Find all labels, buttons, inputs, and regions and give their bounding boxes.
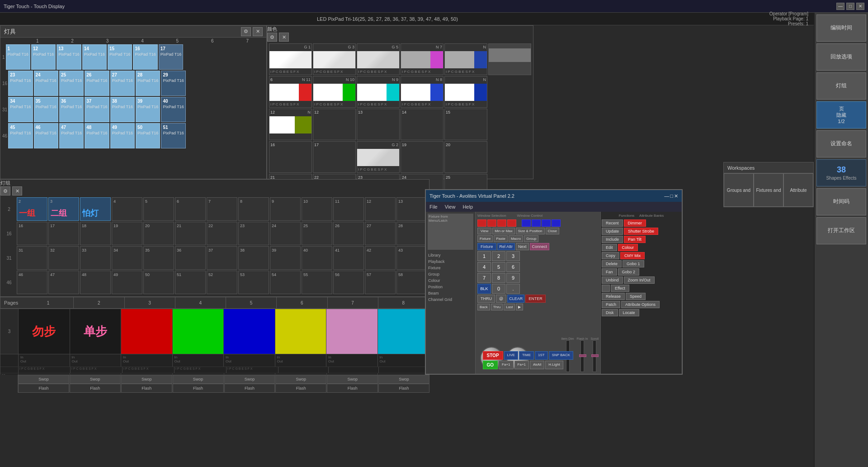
vp-menu-view[interactable]: View	[445, 204, 456, 210]
vp-recent-btn[interactable]: Recent	[602, 219, 623, 227]
swop-btn-5[interactable]: Swop	[224, 375, 275, 384]
page-3[interactable]: 3	[125, 297, 175, 308]
vp-clear-btn[interactable]: CLEAR	[507, 295, 524, 303]
gc-56[interactable]: 56	[333, 271, 364, 294]
gc-35[interactable]: 35	[143, 246, 174, 270]
color-G5[interactable]: G 5 I P C G B E S F X	[357, 43, 400, 75]
vp-zoom-btn[interactable]: Zoom In/Out	[624, 276, 655, 284]
sidebar-page[interactable]: 页 隐藏 1/2	[816, 101, 866, 129]
flash-btn-1[interactable]: Flash	[18, 384, 69, 393]
vp-label-fixture[interactable]: Fixture	[428, 265, 473, 271]
vp-label-library[interactable]: Library	[428, 253, 473, 258]
vp-fixture-btn[interactable]: Fixture	[477, 235, 493, 242]
vp-fader-3-track[interactable]	[593, 340, 596, 372]
fixture-45[interactable]: 45PixPad T16	[8, 123, 33, 148]
vp-update-btn[interactable]: Update	[602, 228, 623, 235]
vp-akall-btn[interactable]: AkAll	[530, 361, 544, 369]
vp-num-8[interactable]: 8	[492, 273, 505, 283]
group-cell-9[interactable]: 9	[270, 197, 301, 221]
group-cell-8[interactable]: 8	[238, 197, 269, 221]
gc-52[interactable]: 52	[207, 271, 237, 294]
color-N7[interactable]: N 7 I P C G B E S F X	[401, 43, 443, 75]
color-N10[interactable]: N 10 I P C G B E S F X	[313, 76, 356, 108]
gc-49[interactable]: 49	[112, 271, 142, 294]
color-N-row2[interactable]: N I P C G B E S F X	[444, 76, 487, 108]
vp-paste-btn[interactable]: Paste	[494, 235, 507, 242]
groups-settings-btn[interactable]: ⚙	[0, 186, 10, 195]
group-cell-3[interactable]: 3 二组	[48, 197, 79, 221]
gc-36[interactable]: 36	[175, 246, 206, 270]
vp-num-7[interactable]: 7	[477, 273, 491, 283]
gc-22[interactable]: 22	[207, 222, 237, 245]
page-4[interactable]: 4	[175, 297, 226, 308]
vp-connect-btn[interactable]: Connect	[530, 243, 550, 250]
vp-effect-btn[interactable]: Effect	[611, 285, 629, 292]
close-btn[interactable]: ✕	[856, 3, 864, 10]
fixtures-settings-btn[interactable]: ⚙	[241, 27, 251, 36]
vp-red-dot-3[interactable]	[497, 219, 506, 227]
ws-fixtures-btn[interactable]: Fixtures and	[754, 173, 783, 207]
gc-53[interactable]: 53	[238, 271, 269, 294]
flash-btn-5[interactable]: Flash	[224, 384, 275, 393]
vp-red-dot-1[interactable]	[477, 219, 486, 227]
gc-42[interactable]: 42	[365, 246, 396, 270]
fixture-29[interactable]: 29PixPad T16	[161, 71, 185, 96]
page-5[interactable]: 5	[226, 297, 277, 308]
gc-28[interactable]: 28	[396, 222, 427, 245]
fixture-37[interactable]: 37PixPad T16	[85, 97, 109, 122]
sidebar-edit-time[interactable]: 编辑时间	[816, 14, 866, 42]
gc-54[interactable]: 54	[270, 271, 301, 294]
vp-pantilt-btn[interactable]: Pan Tilt	[624, 236, 646, 243]
vp-thru-btn[interactable]: THRU	[477, 295, 495, 303]
color-19[interactable]: 19	[401, 141, 443, 173]
group-cell-6[interactable]: 6	[175, 197, 206, 221]
pb-cell-3-3[interactable]	[121, 309, 173, 354]
vp-step-btn[interactable]: 1ST	[535, 351, 548, 360]
vp-enter-btn[interactable]: ENTER	[525, 295, 546, 303]
vp-include-btn[interactable]: Include	[602, 236, 623, 243]
gc-18[interactable]: 18	[80, 222, 111, 245]
vp-snp-btn[interactable]: SNP BACK	[549, 351, 573, 360]
gc-23[interactable]: 23	[238, 222, 269, 245]
gc-31[interactable]: 31	[17, 246, 47, 270]
gc-43[interactable]: 43	[396, 246, 427, 270]
ws-attribute-btn[interactable]: Attribute	[783, 173, 813, 207]
page-7[interactable]: 7	[328, 297, 378, 308]
vp-attropt-btn[interactable]: Attribute Options	[621, 301, 660, 308]
vp-thru2-btn[interactable]: Thru	[491, 304, 503, 310]
gc-21[interactable]: 21	[175, 222, 206, 245]
gc-47[interactable]: 47	[48, 271, 79, 294]
sidebar-effects[interactable]: 38 Shapes Effects	[816, 159, 866, 186]
vp-back-btn[interactable]: Back	[477, 304, 490, 310]
gc-17[interactable]: 17	[48, 222, 79, 245]
gc-41[interactable]: 41	[333, 246, 364, 270]
vp-red-dot-4[interactable]	[507, 219, 516, 227]
ws-groups-btn[interactable]: Groups and	[724, 173, 754, 207]
gc-25[interactable]: 25	[302, 222, 332, 245]
color-N8[interactable]: N 8 I P C G B E S F X	[401, 76, 443, 108]
vp-menu-help[interactable]: Help	[462, 204, 473, 210]
vp-next2-btn[interactable]: ▶	[516, 304, 523, 310]
gc-32[interactable]: 32	[48, 246, 79, 270]
vp-blk-btn[interactable]: BLK	[477, 284, 491, 294]
vp-gobo2-btn[interactable]: Gobo 2	[618, 268, 640, 276]
gc-33[interactable]: 33	[80, 246, 111, 270]
vp-edit-btn[interactable]: Edit	[602, 244, 617, 251]
gc-38[interactable]: 38	[238, 246, 269, 270]
vp-view-btn[interactable]: View	[477, 228, 491, 234]
vp-rel-btn[interactable]: Rel Attr	[497, 243, 515, 250]
vp-at-btn[interactable]: @	[496, 295, 506, 303]
vp-locate-btn[interactable]: Locate	[619, 309, 639, 316]
vp-fixture-select[interactable]: Fixture	[477, 243, 496, 250]
color-20[interactable]: 20	[444, 141, 487, 173]
vp-copy-btn[interactable]: Copy	[602, 252, 619, 259]
color-6-N11[interactable]: 6 N 11 I P C G B E S F X	[269, 76, 312, 108]
color-15[interactable]: 15	[444, 109, 487, 140]
group-cell-11[interactable]: 11	[333, 197, 364, 221]
fixture-35[interactable]: 35PixPad T16	[34, 97, 58, 122]
color-N9[interactable]: N 9 I P C G B E S F X	[357, 76, 400, 108]
fixture-5[interactable]: 15PixPad T16	[108, 44, 132, 70]
color-17[interactable]: 17	[313, 141, 356, 173]
vp-stop-btn[interactable]: STOP	[483, 351, 503, 360]
gc-58[interactable]: 58	[396, 271, 427, 294]
